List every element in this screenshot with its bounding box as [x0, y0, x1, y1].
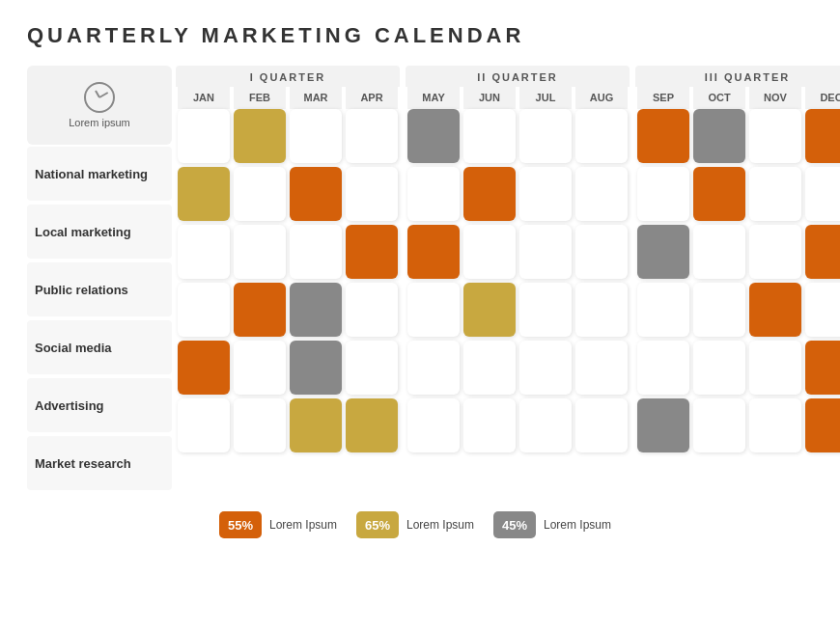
cell-5-0 — [178, 398, 230, 452]
legend-item-1: 65%Lorem Ipsum — [356, 511, 474, 538]
row-label-national-marketing: National marketing — [27, 147, 172, 201]
cell-2-3 — [346, 225, 398, 279]
cell-4-3 — [346, 341, 398, 395]
month-cell-I  QUARTER-APR: APR — [346, 87, 398, 109]
cell-1-5 — [463, 167, 516, 221]
cell-3-4 — [407, 283, 460, 337]
month-cell-I  QUARTER-FEB: FEB — [234, 87, 286, 109]
cell-4-6 — [519, 341, 572, 395]
legend-badge-0: 55% — [219, 511, 262, 538]
cell-2-9 — [693, 225, 745, 279]
cell-3-3 — [346, 283, 398, 337]
cell-0-2 — [290, 109, 342, 163]
cell-1-8 — [637, 167, 689, 221]
row-label-social-media: Social media — [27, 320, 172, 374]
cell-4-8 — [637, 341, 689, 395]
cell-4-7 — [575, 341, 628, 395]
month-cell-III  QUARTER-SEP: SEP — [637, 87, 689, 109]
cell-4-1 — [234, 341, 286, 395]
cell-0-0 — [178, 109, 230, 163]
row-labels: Lorem ipsum National marketing Local mar… — [27, 66, 172, 494]
cell-1-3 — [346, 167, 398, 221]
cell-2-0 — [178, 225, 230, 279]
cell-3-8 — [637, 283, 689, 337]
cell-5-11 — [805, 398, 840, 452]
legend-label-2: Lorem Ipsum — [544, 518, 611, 532]
cell-5-4 — [407, 398, 460, 452]
month-cell-I  QUARTER-MAR: MAR — [290, 87, 342, 109]
cell-3-7 — [575, 283, 628, 337]
quarter-title-2: III QUARTER — [635, 66, 840, 87]
month-cell-III  QUARTER-OCT: OCT — [693, 87, 745, 109]
cell-5-6 — [519, 398, 572, 452]
cell-4-2 — [290, 341, 342, 395]
cell-2-1 — [234, 225, 286, 279]
quarter-title-1: II QUARTER — [406, 66, 630, 87]
cell-1-7 — [575, 167, 628, 221]
cell-3-2 — [290, 283, 342, 337]
cell-0-5 — [463, 109, 516, 163]
month-cell-II  QUARTER-JUN: JUN — [463, 87, 516, 109]
data-row-5 — [176, 398, 840, 452]
cell-1-4 — [407, 167, 460, 221]
cell-0-1 — [234, 109, 286, 163]
cell-0-3 — [346, 109, 398, 163]
data-row-2 — [176, 225, 840, 279]
cell-4-9 — [693, 341, 745, 395]
cell-1-10 — [749, 167, 801, 221]
cell-3-5 — [463, 283, 516, 337]
cell-2-11 — [805, 225, 840, 279]
cell-2-10 — [749, 225, 801, 279]
month-cell-I  QUARTER-JAN: JAN — [178, 87, 230, 109]
month-cell-II  QUARTER-AUG: AUG — [575, 87, 628, 109]
legend-badge-2: 45% — [493, 511, 536, 538]
cell-5-3 — [346, 398, 398, 452]
cell-3-0 — [178, 283, 230, 337]
row-label-local-marketing: Local marketing — [27, 205, 172, 259]
cell-0-9 — [693, 109, 745, 163]
cell-3-1 — [234, 283, 286, 337]
data-row-4 — [176, 341, 840, 395]
cell-5-5 — [463, 398, 516, 452]
cell-0-11 — [805, 109, 840, 163]
cell-5-7 — [575, 398, 628, 452]
cell-4-5 — [463, 341, 516, 395]
legend-area: 55%Lorem Ipsum65%Lorem Ipsum45%Lorem Ips… — [27, 511, 813, 538]
cell-0-8 — [637, 109, 689, 163]
cell-1-11 — [805, 167, 840, 221]
legend-label-1: Lorem Ipsum — [406, 518, 474, 532]
month-cell-II  QUARTER-MAY: MAY — [407, 87, 460, 109]
cell-4-0 — [178, 341, 230, 395]
row-label-market-research: Market research — [27, 436, 172, 490]
header-row: I QUARTERJANFEBMARAPRII QUARTERMAYJUNJUL… — [176, 66, 840, 109]
month-cell-III  QUARTER-NOV: NOV — [749, 87, 801, 109]
month-cell-II  QUARTER-JUL: JUL — [519, 87, 572, 109]
page-title: QUARTERLY MARKETING CALENDAR — [27, 23, 813, 48]
cell-4-11 — [805, 341, 840, 395]
data-row-3 — [176, 283, 840, 337]
cell-1-6 — [519, 167, 572, 221]
row-label-public-relations: Public relations — [27, 262, 172, 316]
cell-3-6 — [519, 283, 572, 337]
cell-0-7 — [575, 109, 628, 163]
row-label-advertising: Advertising — [27, 378, 172, 432]
clock-icon — [84, 82, 115, 113]
cell-4-4 — [407, 341, 460, 395]
cell-1-2 — [290, 167, 342, 221]
legend-item-0: 55%Lorem Ipsum — [219, 511, 337, 538]
cell-1-1 — [234, 167, 286, 221]
cell-2-2 — [290, 225, 342, 279]
cell-1-9 — [693, 167, 745, 221]
cell-0-10 — [749, 109, 801, 163]
cell-2-7 — [575, 225, 628, 279]
cell-0-4 — [407, 109, 460, 163]
legend-label-0: Lorem Ipsum — [269, 518, 337, 532]
cell-2-6 — [519, 225, 572, 279]
cell-3-10 — [749, 283, 801, 337]
cell-3-9 — [693, 283, 745, 337]
month-cell-III  QUARTER-DEC: DEC — [805, 87, 840, 109]
calendar-wrapper: Lorem ipsum National marketing Local mar… — [27, 66, 813, 494]
cell-5-2 — [290, 398, 342, 452]
cell-5-8 — [637, 398, 689, 452]
data-row-0 — [176, 109, 840, 163]
